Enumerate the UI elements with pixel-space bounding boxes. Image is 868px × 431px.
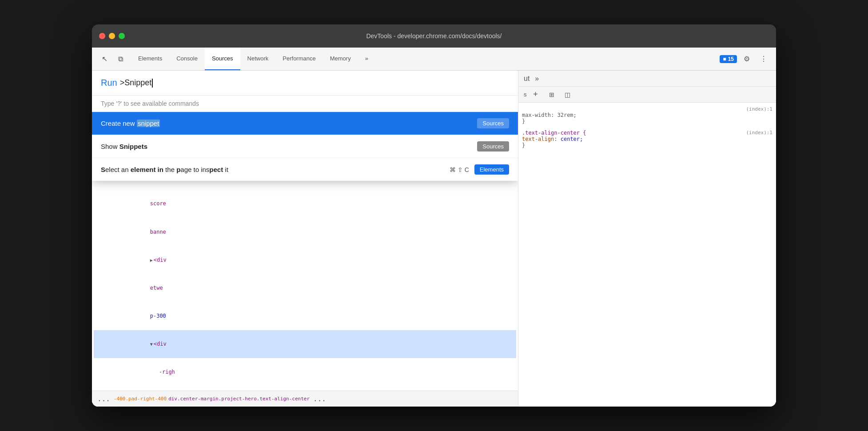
styles-label: s — [524, 91, 527, 98]
html-line[interactable]: ▶<di — [94, 386, 516, 391]
css-brace: } — [522, 118, 772, 124]
css-prop: text-align — [522, 136, 554, 142]
select-bold-element: element — [131, 166, 156, 173]
css-brace-2: } — [522, 142, 772, 148]
maximize-button[interactable] — [119, 33, 125, 39]
css-rule-header: (index):1 — [522, 106, 772, 112]
html-text: p-300 — [150, 313, 166, 319]
breadcrumb-active[interactable]: div.center-margin.project-hero.text-alig… — [168, 396, 310, 402]
html-line-selected[interactable]: ▼<div — [94, 330, 516, 358]
right-toolbar: ut » — [518, 71, 776, 87]
command-input-row: Run >Snippet — [92, 71, 518, 96]
css-text-align-row: text-align: center; — [522, 136, 772, 142]
traffic-lights — [99, 33, 125, 39]
html-line[interactable]: banne — [94, 218, 516, 246]
badge-count: 15 — [728, 56, 734, 62]
tab-performance[interactable]: Performance — [275, 48, 323, 70]
html-text: banne — [150, 229, 166, 235]
elements-content: score banne ▶<div etwe p-300 ▼ — [92, 186, 518, 391]
html-line[interactable]: etwe — [94, 274, 516, 302]
css-source-2[interactable]: (index):1 — [746, 130, 772, 136]
notifications-badge[interactable]: ■ 15 — [720, 55, 737, 63]
command-input-value: >Snippet — [120, 78, 152, 87]
command-palette: Run >Snippet Type '?' to see available c… — [92, 71, 518, 181]
command-item-create-snippet[interactable]: Create new snippet Sources — [92, 112, 518, 135]
css-val: center; — [561, 136, 583, 142]
keyboard-shortcut: ⌘ ⇧ C — [450, 166, 469, 173]
expand-icon: ▶ — [150, 258, 153, 263]
add-style-rule-button[interactable]: + — [529, 88, 543, 102]
create-snippet-badge: Sources — [477, 118, 509, 128]
inspect-cursor-button[interactable]: ↖ — [97, 52, 111, 66]
html-text: -righ — [159, 369, 175, 375]
elements-panel: Run >Snippet Type '?' to see available c… — [92, 71, 518, 407]
expand-icon: ▼ — [150, 342, 153, 347]
minimize-button[interactable] — [109, 33, 115, 39]
show-snippets-badge: Sources — [477, 141, 509, 152]
css-selector-2: .text-align-center { — [522, 130, 586, 136]
css-max-width: max-width: 32rem; — [522, 112, 772, 118]
css-rule-header-2: .text-align-center { (index):1 — [522, 130, 772, 136]
devtools-window: DevTools - developer.chrome.com/docs/dev… — [92, 24, 776, 407]
select-element-right: ⌘ ⇧ C Elements — [450, 164, 509, 175]
tab-memory[interactable]: Memory — [323, 48, 358, 70]
right-toolbar-2: s + ⊞ ◫ — [518, 87, 776, 103]
breadcrumb-dots-left[interactable]: ... — [96, 394, 112, 404]
command-item-show-snippets[interactable]: Show Snippets Sources — [92, 135, 518, 158]
settings-button[interactable]: ⚙ — [740, 52, 754, 66]
styles-more-button[interactable]: ut — [522, 74, 531, 84]
window-title: DevTools - developer.chrome.com/docs/dev… — [366, 32, 502, 40]
select-bold-pect: pect — [209, 166, 223, 173]
show-snippets-bold: Snippets — [119, 143, 147, 150]
html-line[interactable]: p-300 — [94, 302, 516, 330]
select-bold-page: p — [176, 166, 180, 173]
css-colon: : — [554, 136, 560, 142]
badge-icon: ■ — [723, 56, 726, 62]
toggle-sidebar-button[interactable]: ◫ — [561, 88, 575, 102]
css-rule-textalign: .text-align-center { (index):1 text-alig… — [522, 130, 772, 148]
html-text: score — [150, 200, 166, 207]
tab-more[interactable]: » — [358, 48, 375, 70]
select-bold-in: in — [158, 166, 163, 173]
styles-panel: ut » s + ⊞ ◫ (index):1 — [518, 71, 776, 407]
show-snippets-text: Show Snippets — [101, 143, 147, 150]
tab-network[interactable]: Network — [240, 48, 276, 70]
tab-elements[interactable]: Elements — [131, 48, 169, 70]
command-input-text[interactable]: >Snippet — [120, 78, 153, 88]
run-label: Run — [101, 78, 117, 88]
command-hint: Type '?' to see available commands — [92, 96, 518, 112]
main-content: Run >Snippet Type '?' to see available c… — [92, 71, 776, 407]
device-toolbar-button[interactable]: ⧉ — [113, 52, 127, 66]
select-element-text: Select an element in the page to inspect… — [101, 166, 228, 173]
breadcrumb-dots-right[interactable]: ... — [311, 394, 328, 404]
close-button[interactable] — [99, 33, 105, 39]
html-line[interactable]: -righ — [94, 358, 516, 386]
tabs-list: Elements Console Sources Network Perform… — [131, 48, 716, 70]
breadcrumb-bar: ... -400.pad-right-400 div.center-margin… — [92, 391, 518, 407]
tab-sources[interactable]: Sources — [205, 48, 240, 70]
html-line[interactable]: ▶<div — [94, 246, 516, 274]
css-source-1[interactable]: (index):1 — [746, 106, 772, 112]
html-line[interactable]: score — [94, 190, 516, 218]
command-item-select-element[interactable]: Select an element in the page to inspect… — [92, 158, 518, 181]
snippet-highlight: snippet — [137, 120, 160, 127]
styles-more-button2[interactable]: » — [533, 74, 541, 84]
html-tag: <div — [154, 341, 167, 347]
styles-content: (index):1 max-width: 32rem; } .text-alig… — [518, 103, 776, 407]
tab-console[interactable]: Console — [169, 48, 205, 70]
devtools-body: ↖ ⧉ Elements Console Sources Network Per… — [92, 48, 776, 407]
html-tag: <div — [154, 257, 167, 263]
css-rule-maxwidth: (index):1 max-width: 32rem; } — [522, 106, 772, 124]
select-bold-s: S — [101, 166, 105, 173]
breadcrumb-class[interactable]: -400.pad-right-400 — [114, 396, 167, 402]
title-bar: DevTools - developer.chrome.com/docs/dev… — [92, 24, 776, 48]
tab-bar-left-icons: ↖ ⧉ — [94, 48, 131, 70]
html-text: etwe — [150, 285, 163, 291]
tab-bar-right: ■ 15 ⚙ ⋮ — [716, 48, 774, 70]
pin-style-button[interactable]: ⊞ — [545, 88, 559, 102]
select-element-badge: Elements — [474, 164, 509, 175]
more-options-button[interactable]: ⋮ — [757, 52, 771, 66]
create-snippet-text: Create new snippet — [101, 120, 160, 127]
command-cursor — [152, 79, 153, 88]
tab-bar: ↖ ⧉ Elements Console Sources Network Per… — [92, 48, 776, 71]
